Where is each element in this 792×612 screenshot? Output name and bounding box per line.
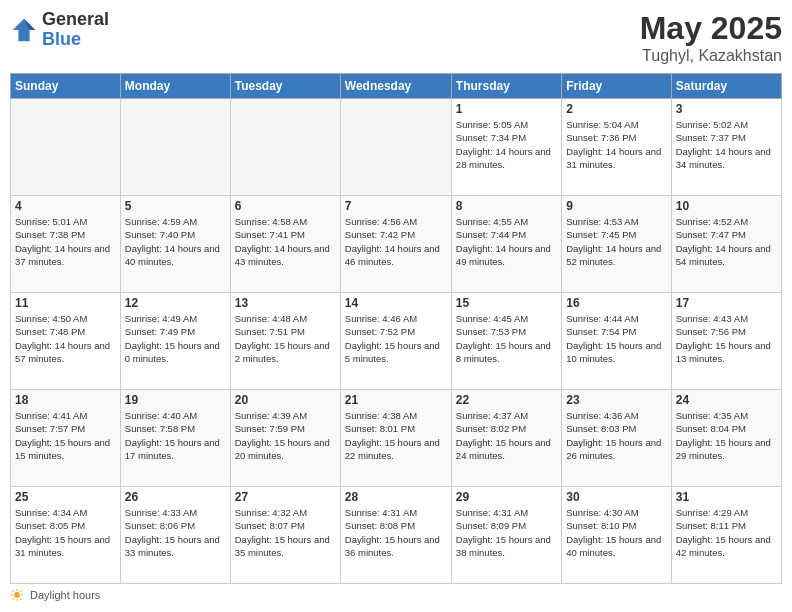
col-header-tuesday: Tuesday [230, 74, 340, 99]
day-info: Sunrise: 4:58 AM Sunset: 7:41 PM Dayligh… [235, 215, 336, 268]
day-info: Sunrise: 4:45 AM Sunset: 7:53 PM Dayligh… [456, 312, 557, 365]
logo-text: General Blue [42, 10, 109, 50]
day-cell: 26Sunrise: 4:33 AM Sunset: 8:06 PM Dayli… [120, 487, 230, 584]
day-cell: 7Sunrise: 4:56 AM Sunset: 7:42 PM Daylig… [340, 196, 451, 293]
logo-blue-text: Blue [42, 30, 109, 50]
week-row-2: 4Sunrise: 5:01 AM Sunset: 7:38 PM Daylig… [11, 196, 782, 293]
day-info: Sunrise: 4:38 AM Sunset: 8:01 PM Dayligh… [345, 409, 447, 462]
col-header-saturday: Saturday [671, 74, 781, 99]
day-cell: 28Sunrise: 4:31 AM Sunset: 8:08 PM Dayli… [340, 487, 451, 584]
day-info: Sunrise: 4:29 AM Sunset: 8:11 PM Dayligh… [676, 506, 777, 559]
day-cell: 3Sunrise: 5:02 AM Sunset: 7:37 PM Daylig… [671, 99, 781, 196]
day-number: 25 [15, 490, 116, 504]
day-number: 16 [566, 296, 666, 310]
day-info: Sunrise: 4:49 AM Sunset: 7:49 PM Dayligh… [125, 312, 226, 365]
day-cell: 19Sunrise: 4:40 AM Sunset: 7:58 PM Dayli… [120, 390, 230, 487]
day-cell: 27Sunrise: 4:32 AM Sunset: 8:07 PM Dayli… [230, 487, 340, 584]
day-info: Sunrise: 5:04 AM Sunset: 7:36 PM Dayligh… [566, 118, 666, 171]
col-header-sunday: Sunday [11, 74, 121, 99]
day-cell: 10Sunrise: 4:52 AM Sunset: 7:47 PM Dayli… [671, 196, 781, 293]
svg-point-2 [14, 592, 20, 598]
day-number: 13 [235, 296, 336, 310]
day-number: 4 [15, 199, 116, 213]
day-cell: 22Sunrise: 4:37 AM Sunset: 8:02 PM Dayli… [451, 390, 561, 487]
col-header-thursday: Thursday [451, 74, 561, 99]
day-number: 2 [566, 102, 666, 116]
day-cell: 11Sunrise: 4:50 AM Sunset: 7:48 PM Dayli… [11, 293, 121, 390]
footer: Daylight hours [10, 588, 782, 602]
day-info: Sunrise: 5:02 AM Sunset: 7:37 PM Dayligh… [676, 118, 777, 171]
daylight-label: Daylight hours [30, 589, 100, 601]
day-number: 6 [235, 199, 336, 213]
svg-line-9 [20, 590, 21, 591]
sun-icon [10, 588, 24, 602]
svg-line-10 [12, 598, 13, 599]
day-number: 9 [566, 199, 666, 213]
day-cell: 23Sunrise: 4:36 AM Sunset: 8:03 PM Dayli… [562, 390, 671, 487]
day-info: Sunrise: 4:52 AM Sunset: 7:47 PM Dayligh… [676, 215, 777, 268]
day-info: Sunrise: 4:59 AM Sunset: 7:40 PM Dayligh… [125, 215, 226, 268]
day-number: 21 [345, 393, 447, 407]
day-info: Sunrise: 4:39 AM Sunset: 7:59 PM Dayligh… [235, 409, 336, 462]
svg-line-7 [12, 590, 13, 591]
col-header-wednesday: Wednesday [340, 74, 451, 99]
day-number: 5 [125, 199, 226, 213]
day-number: 10 [676, 199, 777, 213]
day-number: 24 [676, 393, 777, 407]
day-number: 1 [456, 102, 557, 116]
day-info: Sunrise: 4:32 AM Sunset: 8:07 PM Dayligh… [235, 506, 336, 559]
day-info: Sunrise: 4:37 AM Sunset: 8:02 PM Dayligh… [456, 409, 557, 462]
day-number: 30 [566, 490, 666, 504]
day-number: 15 [456, 296, 557, 310]
day-number: 3 [676, 102, 777, 116]
svg-line-8 [20, 598, 21, 599]
day-cell [120, 99, 230, 196]
day-cell: 18Sunrise: 4:41 AM Sunset: 7:57 PM Dayli… [11, 390, 121, 487]
day-number: 26 [125, 490, 226, 504]
week-row-1: 1Sunrise: 5:05 AM Sunset: 7:34 PM Daylig… [11, 99, 782, 196]
logo-general-text: General [42, 10, 109, 30]
day-info: Sunrise: 4:46 AM Sunset: 7:52 PM Dayligh… [345, 312, 447, 365]
month-year: May 2025 [640, 10, 782, 47]
day-info: Sunrise: 4:43 AM Sunset: 7:56 PM Dayligh… [676, 312, 777, 365]
day-number: 12 [125, 296, 226, 310]
day-number: 27 [235, 490, 336, 504]
day-info: Sunrise: 4:30 AM Sunset: 8:10 PM Dayligh… [566, 506, 666, 559]
day-number: 22 [456, 393, 557, 407]
day-cell: 9Sunrise: 4:53 AM Sunset: 7:45 PM Daylig… [562, 196, 671, 293]
day-cell: 4Sunrise: 5:01 AM Sunset: 7:38 PM Daylig… [11, 196, 121, 293]
day-cell: 2Sunrise: 5:04 AM Sunset: 7:36 PM Daylig… [562, 99, 671, 196]
day-info: Sunrise: 4:41 AM Sunset: 7:57 PM Dayligh… [15, 409, 116, 462]
week-row-5: 25Sunrise: 4:34 AM Sunset: 8:05 PM Dayli… [11, 487, 782, 584]
day-info: Sunrise: 4:53 AM Sunset: 7:45 PM Dayligh… [566, 215, 666, 268]
day-info: Sunrise: 4:48 AM Sunset: 7:51 PM Dayligh… [235, 312, 336, 365]
location: Tughyl, Kazakhstan [640, 47, 782, 65]
day-cell: 17Sunrise: 4:43 AM Sunset: 7:56 PM Dayli… [671, 293, 781, 390]
day-number: 29 [456, 490, 557, 504]
day-info: Sunrise: 5:05 AM Sunset: 7:34 PM Dayligh… [456, 118, 557, 171]
day-cell [11, 99, 121, 196]
day-number: 14 [345, 296, 447, 310]
title-block: May 2025 Tughyl, Kazakhstan [640, 10, 782, 65]
day-number: 7 [345, 199, 447, 213]
day-info: Sunrise: 4:55 AM Sunset: 7:44 PM Dayligh… [456, 215, 557, 268]
col-header-monday: Monday [120, 74, 230, 99]
calendar-table: SundayMondayTuesdayWednesdayThursdayFrid… [10, 73, 782, 584]
day-cell: 29Sunrise: 4:31 AM Sunset: 8:09 PM Dayli… [451, 487, 561, 584]
logo-icon [10, 16, 38, 44]
day-cell: 31Sunrise: 4:29 AM Sunset: 8:11 PM Dayli… [671, 487, 781, 584]
day-number: 19 [125, 393, 226, 407]
day-cell: 24Sunrise: 4:35 AM Sunset: 8:04 PM Dayli… [671, 390, 781, 487]
day-number: 8 [456, 199, 557, 213]
day-info: Sunrise: 4:50 AM Sunset: 7:48 PM Dayligh… [15, 312, 116, 365]
day-number: 23 [566, 393, 666, 407]
header: General Blue May 2025 Tughyl, Kazakhstan [10, 10, 782, 65]
day-info: Sunrise: 4:44 AM Sunset: 7:54 PM Dayligh… [566, 312, 666, 365]
day-info: Sunrise: 4:31 AM Sunset: 8:09 PM Dayligh… [456, 506, 557, 559]
day-cell: 14Sunrise: 4:46 AM Sunset: 7:52 PM Dayli… [340, 293, 451, 390]
logo: General Blue [10, 10, 109, 50]
col-header-friday: Friday [562, 74, 671, 99]
day-info: Sunrise: 4:34 AM Sunset: 8:05 PM Dayligh… [15, 506, 116, 559]
day-info: Sunrise: 5:01 AM Sunset: 7:38 PM Dayligh… [15, 215, 116, 268]
day-cell: 13Sunrise: 4:48 AM Sunset: 7:51 PM Dayli… [230, 293, 340, 390]
